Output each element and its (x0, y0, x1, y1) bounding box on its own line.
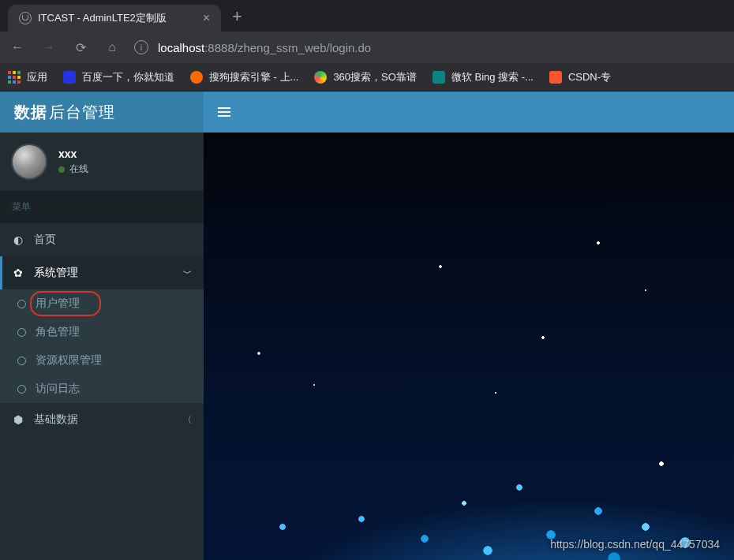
app-logo[interactable]: 数据后台管理 (0, 91, 204, 133)
back-button[interactable]: ← (8, 40, 27, 54)
sidebar-toggle[interactable] (218, 107, 230, 117)
bookmark-apps[interactable]: 应用 (8, 70, 47, 84)
user-name: xxx (58, 147, 88, 160)
circle-icon (17, 300, 26, 308)
chevron-left-icon: 〈 (183, 414, 192, 426)
nav-system[interactable]: ✿系统管理﹀ (0, 256, 204, 289)
reload-button[interactable]: ⟳ (71, 40, 90, 55)
url-host: localhost (158, 41, 204, 54)
bing-icon (433, 71, 445, 84)
user-panel: xxx 在线 (0, 133, 204, 191)
watermark: https://blog.csdn.net/qq_44757034 (550, 538, 720, 551)
online-dot-icon (58, 166, 65, 173)
site-info-icon[interactable]: i (134, 40, 148, 54)
main: https://blog.csdn.net/qq_44757034 (204, 91, 734, 560)
baidu-icon (63, 71, 76, 84)
bookmark-csdn[interactable]: CSDN-专 (549, 70, 611, 84)
bookmark-bing[interactable]: 微软 Bing 搜索 -... (433, 70, 534, 84)
nav-base-data[interactable]: ⬢基础数据〈 (0, 403, 204, 436)
gear-icon: ✿ (12, 267, 24, 279)
dashboard-icon: ◐ (12, 233, 24, 246)
csdn-icon (549, 71, 562, 84)
bookmark-sogou[interactable]: 搜狗搜索引擎 - 上... (190, 70, 298, 84)
chevron-down-icon: ﹀ (183, 267, 192, 279)
globe-icon (19, 12, 32, 24)
home-button[interactable]: ⌂ (103, 40, 122, 54)
browser-tab[interactable]: ITCAST - AdminLTE2定制版 × (8, 5, 221, 32)
nav-home[interactable]: ◐首页 (0, 223, 204, 256)
nav-role-mgmt[interactable]: 角色管理 (0, 318, 204, 346)
cube-icon: ⬢ (12, 413, 24, 426)
360-icon (314, 71, 327, 84)
circle-icon (17, 328, 26, 337)
close-tab-icon[interactable]: × (203, 11, 210, 25)
bookmark-360[interactable]: 360搜索，SO靠谱 (314, 70, 416, 84)
browser-toolbar: ← → ⟳ ⌂ i localhost:8888/zheng_ssm_web/l… (0, 32, 734, 63)
bookmark-baidu[interactable]: 百度一下，你就知道 (63, 70, 174, 84)
menu-header: 菜单 (0, 191, 204, 223)
nav-log[interactable]: 访问日志 (0, 375, 204, 403)
avatar[interactable] (11, 144, 47, 180)
forward-button[interactable]: → (39, 40, 58, 54)
nav-user-mgmt[interactable]: 用户管理 (0, 289, 204, 318)
new-tab-button[interactable]: + (221, 2, 253, 32)
top-bar (204, 91, 734, 133)
nav-perm-mgmt[interactable]: 资源权限管理 (0, 346, 204, 375)
sogou-icon (190, 71, 203, 84)
circle-icon (17, 357, 26, 365)
browser-tab-bar: ITCAST - AdminLTE2定制版 × + (0, 0, 734, 32)
sidebar: 数据后台管理 xxx 在线 菜单 ◐首页 ✿系统管理﹀ 用户管理 角色管理 资源… (0, 91, 204, 560)
apps-icon (8, 71, 21, 84)
address-bar[interactable]: i localhost:8888/zheng_ssm_web/login.do (134, 40, 726, 54)
url-path: :8888/zheng_ssm_web/login.do (204, 41, 371, 54)
content-area: https://blog.csdn.net/qq_44757034 (204, 133, 734, 560)
bookmarks-bar: 应用 百度一下，你就知道 搜狗搜索引擎 - 上... 360搜索，SO靠谱 微软… (0, 63, 734, 91)
tab-title: ITCAST - AdminLTE2定制版 (38, 11, 197, 25)
user-status: 在线 (58, 162, 88, 176)
circle-icon (17, 385, 26, 394)
